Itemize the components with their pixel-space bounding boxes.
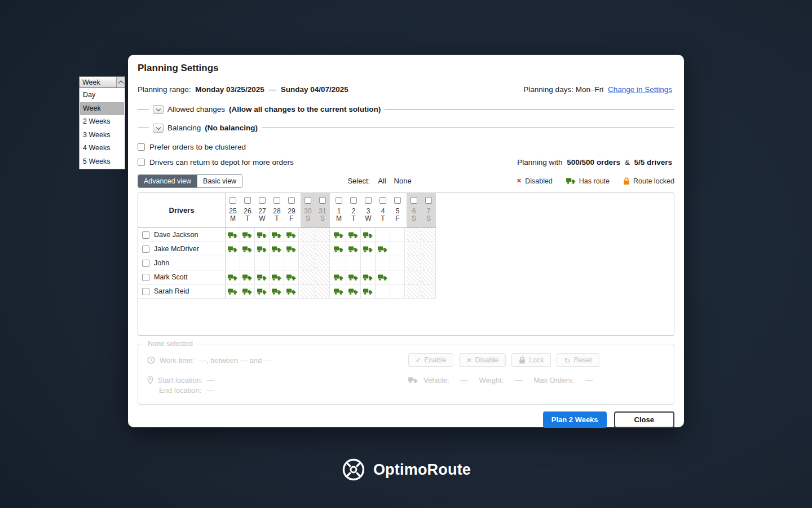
schedule-cell[interactable] xyxy=(332,270,346,284)
schedule-cell[interactable] xyxy=(346,270,361,284)
select-none-link[interactable]: None xyxy=(394,177,412,185)
dropdown-option-day[interactable]: Day xyxy=(80,89,124,102)
schedule-cell[interactable] xyxy=(301,256,315,270)
reset-button[interactable]: ↻ Reset xyxy=(557,353,599,367)
close-button[interactable]: Close xyxy=(614,411,674,428)
schedule-cell[interactable] xyxy=(376,284,390,298)
dropdown-option-week[interactable]: Week xyxy=(80,102,124,116)
day-select-checkbox[interactable] xyxy=(425,197,432,204)
schedule-cell[interactable] xyxy=(301,228,315,242)
change-in-settings-link[interactable]: Change in Settings xyxy=(608,85,672,94)
schedule-cell[interactable] xyxy=(390,256,405,270)
schedule-cell[interactable] xyxy=(315,270,330,284)
disable-button[interactable]: ✕ Disable xyxy=(459,353,506,367)
schedule-cell[interactable] xyxy=(301,242,315,256)
driver-select-checkbox[interactable] xyxy=(142,231,149,239)
day-select-checkbox[interactable] xyxy=(288,197,295,204)
schedule-cell[interactable] xyxy=(390,270,405,284)
schedule-cell[interactable] xyxy=(270,228,284,242)
schedule-cell[interactable] xyxy=(270,270,284,284)
allowed-changes-expand-button[interactable] xyxy=(153,105,164,114)
schedule-cell[interactable] xyxy=(255,256,270,270)
day-select-checkbox[interactable] xyxy=(304,197,311,204)
day-select-checkbox[interactable] xyxy=(350,197,357,204)
day-select-checkbox[interactable] xyxy=(411,197,417,204)
select-all-link[interactable]: All xyxy=(378,177,386,185)
schedule-cell[interactable] xyxy=(301,270,315,284)
schedule-cell[interactable] xyxy=(315,228,330,242)
schedule-cell[interactable] xyxy=(407,256,421,270)
schedule-cell[interactable] xyxy=(332,256,346,270)
schedule-cell[interactable] xyxy=(301,284,315,298)
driver-select-checkbox[interactable] xyxy=(142,288,149,295)
schedule-cell[interactable] xyxy=(421,242,436,256)
schedule-cell[interactable] xyxy=(240,242,255,256)
schedule-cell[interactable] xyxy=(284,256,299,270)
schedule-cell[interactable] xyxy=(361,256,376,270)
schedule-cell[interactable] xyxy=(376,228,390,242)
balancing-expand-button[interactable] xyxy=(153,124,164,133)
schedule-cell[interactable] xyxy=(346,256,361,270)
schedule-cell[interactable] xyxy=(390,228,405,242)
day-select-checkbox[interactable] xyxy=(336,197,342,204)
cluster-orders-checkbox[interactable] xyxy=(138,143,145,151)
day-select-checkbox[interactable] xyxy=(379,197,386,204)
schedule-cell[interactable] xyxy=(376,256,390,270)
driver-select-checkbox[interactable] xyxy=(142,260,149,267)
schedule-cell[interactable] xyxy=(240,256,255,270)
schedule-cell[interactable] xyxy=(284,270,299,284)
lock-button[interactable]: Lock xyxy=(511,353,551,367)
schedule-cell[interactable] xyxy=(361,242,376,256)
duration-select[interactable]: Week xyxy=(79,76,125,88)
schedule-cell[interactable] xyxy=(315,242,330,256)
schedule-cell[interactable] xyxy=(421,284,436,298)
day-select-checkbox[interactable] xyxy=(230,197,236,204)
schedule-cell[interactable] xyxy=(390,284,405,298)
driver-select-checkbox[interactable] xyxy=(142,274,149,281)
day-select-checkbox[interactable] xyxy=(244,197,251,204)
plan-2-weeks-button[interactable]: Plan 2 Weeks xyxy=(543,411,607,428)
enable-button[interactable]: ✓ Enable xyxy=(408,353,453,367)
schedule-cell[interactable] xyxy=(240,228,255,242)
schedule-cell[interactable] xyxy=(315,256,330,270)
schedule-cell[interactable] xyxy=(407,228,421,242)
day-select-checkbox[interactable] xyxy=(259,197,266,204)
driver-select-checkbox[interactable] xyxy=(142,246,149,253)
schedule-cell[interactable] xyxy=(407,270,421,284)
schedule-cell[interactable] xyxy=(332,228,346,242)
schedule-cell[interactable] xyxy=(240,270,255,284)
day-select-checkbox[interactable] xyxy=(319,197,326,204)
tab-advanced-view[interactable]: Advanced view xyxy=(138,175,197,187)
schedule-cell[interactable] xyxy=(226,284,240,298)
schedule-cell[interactable] xyxy=(361,284,376,298)
schedule-cell[interactable] xyxy=(407,284,421,298)
schedule-cell[interactable] xyxy=(255,284,270,298)
schedule-cell[interactable] xyxy=(226,270,240,284)
day-select-checkbox[interactable] xyxy=(365,197,372,204)
schedule-cell[interactable] xyxy=(255,270,270,284)
schedule-cell[interactable] xyxy=(226,256,240,270)
tab-basic-view[interactable]: Basic view xyxy=(197,175,242,187)
schedule-cell[interactable] xyxy=(270,284,284,298)
schedule-cell[interactable] xyxy=(284,284,299,298)
schedule-cell[interactable] xyxy=(346,284,361,298)
schedule-cell[interactable] xyxy=(421,256,436,270)
schedule-cell[interactable] xyxy=(240,284,255,298)
schedule-cell[interactable] xyxy=(421,228,436,242)
schedule-cell[interactable] xyxy=(270,242,284,256)
schedule-cell[interactable] xyxy=(226,228,240,242)
dropdown-collapse-button[interactable] xyxy=(116,77,125,87)
dropdown-option-5-weeks[interactable]: 5 Weeks xyxy=(80,155,124,169)
day-select-checkbox[interactable] xyxy=(273,197,280,204)
schedule-cell[interactable] xyxy=(270,256,284,270)
return-depot-checkbox[interactable] xyxy=(138,159,145,166)
schedule-cell[interactable] xyxy=(421,270,436,284)
schedule-cell[interactable] xyxy=(390,242,405,256)
schedule-cell[interactable] xyxy=(346,242,361,256)
schedule-cell[interactable] xyxy=(376,270,390,284)
dropdown-option-3-weeks[interactable]: 3 Weeks xyxy=(80,129,124,142)
schedule-cell[interactable] xyxy=(361,228,376,242)
schedule-cell[interactable] xyxy=(315,284,330,298)
schedule-cell[interactable] xyxy=(332,284,346,298)
schedule-cell[interactable] xyxy=(407,242,421,256)
